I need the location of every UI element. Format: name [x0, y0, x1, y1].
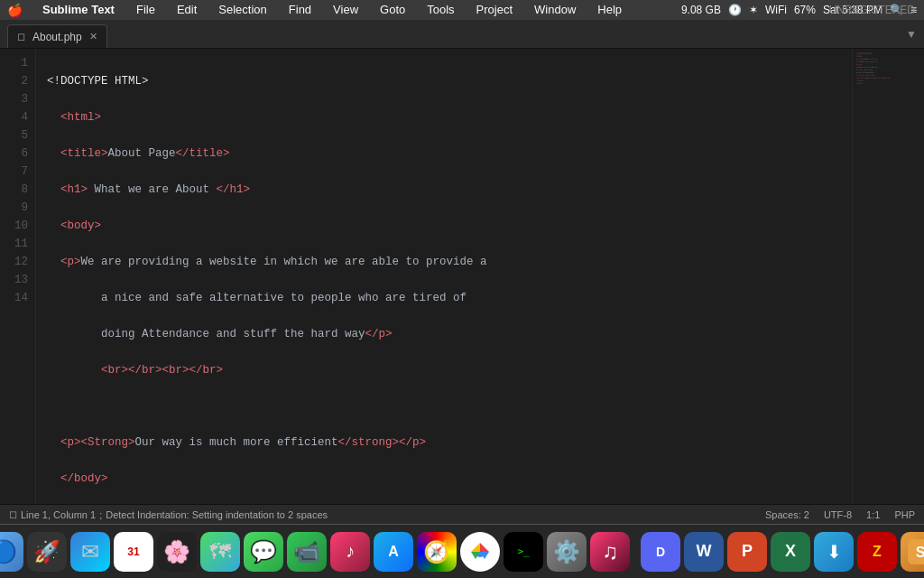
- indentation-status: Detect Indentation: Setting indentation …: [106, 509, 328, 520]
- menubar-app-name[interactable]: Sublime Text: [37, 0, 120, 20]
- tab-about-php[interactable]: ◻ About.php ✕: [7, 24, 107, 48]
- line-num: 10: [11, 217, 28, 235]
- line-num: 12: [11, 253, 28, 271]
- minimap: <!DOCTYPE HTML> <html> <title>About</tit…: [852, 49, 924, 504]
- menubar-selection[interactable]: Selection: [213, 0, 272, 20]
- line-num: 14: [11, 289, 28, 307]
- dock-chrome[interactable]: [460, 532, 500, 572]
- menubar: 🍎 Sublime Text File Edit Selection Find …: [0, 0, 924, 20]
- encoding-label[interactable]: UTF-8: [824, 509, 852, 520]
- dock-sysprefs[interactable]: ⚙️: [547, 532, 587, 572]
- dock-excel[interactable]: X: [771, 532, 810, 572]
- menubar-file[interactable]: File: [131, 0, 161, 20]
- line-num: 8: [11, 181, 28, 199]
- code-line-10: [47, 397, 841, 415]
- dock-sublime[interactable]: S: [901, 532, 924, 572]
- syntax-label[interactable]: PHP: [894, 509, 915, 520]
- dock-discord[interactable]: D: [641, 532, 680, 572]
- dock-bittorrent[interactable]: ⬇: [814, 532, 854, 572]
- line-num: 3: [11, 90, 28, 108]
- statusbar-left: ◻ Line 1, Column 1 ; Detect Indentation:…: [9, 508, 328, 520]
- dock-appstore[interactable]: A: [374, 532, 413, 572]
- spaces-setting[interactable]: Spaces: 2: [765, 509, 809, 520]
- line-num: 4: [11, 108, 28, 126]
- menubar-edit[interactable]: Edit: [171, 0, 202, 20]
- code-line-3: <title>About Page</title>: [47, 144, 841, 163]
- code-line-8: doing Attendance and stuff the hard way<…: [47, 325, 841, 343]
- clock-icon: 🕐: [728, 4, 742, 16]
- bluetooth-icon: ✶: [749, 4, 758, 16]
- line-num: 1: [11, 54, 28, 72]
- line-num: 7: [11, 163, 28, 181]
- menubar-project[interactable]: Project: [471, 0, 518, 20]
- menubar-goto[interactable]: Goto: [374, 0, 411, 20]
- line-num: 2: [11, 72, 28, 90]
- menubar-window[interactable]: Window: [529, 0, 581, 20]
- code-line-12: </body>: [47, 470, 841, 488]
- file-icon-small: ◻: [9, 508, 17, 520]
- line-endings: 1:1: [866, 509, 880, 520]
- dock-mail[interactable]: ✉: [70, 532, 110, 572]
- editor-container: 1 2 3 4 5 6 7 8 9 10 11 12 13 14 <!DOCTY…: [0, 49, 924, 504]
- line-num: 9: [11, 199, 28, 217]
- menubar-help[interactable]: Help: [592, 0, 627, 20]
- wifi-icon: WiFi: [765, 4, 787, 16]
- dock-safari[interactable]: 🧭: [417, 532, 457, 572]
- dock-word[interactable]: W: [684, 532, 724, 572]
- code-line-1: <!DOCTYPE HTML>: [47, 72, 841, 90]
- dock-itunes[interactable]: ♪: [330, 532, 370, 572]
- code-line-6: <p>We are providing a website in which w…: [47, 253, 841, 271]
- line-num: 13: [11, 271, 28, 289]
- code-line-4: <h1> What we are About </h1>: [47, 181, 841, 199]
- menubar-view[interactable]: View: [328, 0, 364, 20]
- dock-facetime[interactable]: 📹: [287, 532, 327, 572]
- statusbar-right: Spaces: 2 UTF-8 1:1 PHP: [765, 509, 915, 520]
- dock: 🔵 🚀 ✉ 31 🌸 🗺 💬 📹 ♪ A 🧭 >_ ⚙️ ♫ D W P X ⬇…: [0, 524, 924, 578]
- dock-terminal[interactable]: >_: [504, 532, 543, 572]
- menubar-left: 🍎 Sublime Text File Edit Selection Find …: [7, 0, 681, 20]
- code-line-7: a nice and safe alternative to people wh…: [47, 289, 841, 307]
- unregistered-label: UNREGISTERED: [829, 0, 915, 20]
- dock-launchpad[interactable]: 🚀: [27, 532, 67, 572]
- tab-label: About.php: [32, 31, 82, 43]
- menubar-tools[interactable]: Tools: [421, 0, 459, 20]
- dock-powerpoint[interactable]: P: [727, 532, 767, 572]
- line-num: 6: [11, 144, 28, 163]
- separator: ;: [99, 509, 102, 520]
- dock-filezilla[interactable]: Z: [857, 532, 897, 572]
- menubar-find[interactable]: Find: [283, 0, 317, 20]
- svg-text:S: S: [916, 545, 924, 560]
- file-icon: ◻: [17, 31, 25, 42]
- code-line-11: <p><Strong>Our way is much more efficien…: [47, 434, 841, 452]
- statusbar: ◻ Line 1, Column 1 ; Detect Indentation:…: [0, 504, 924, 524]
- battery-info: 67%: [794, 4, 816, 16]
- code-editor[interactable]: <!DOCTYPE HTML> <html> <title>About Page…: [36, 49, 852, 504]
- tabbar: ◻ About.php ✕ ▼: [0, 20, 924, 49]
- dock-messages[interactable]: 💬: [244, 532, 283, 572]
- goto-anything-arrow[interactable]: ▼: [899, 28, 924, 41]
- storage-info: 9.08 GB: [681, 4, 721, 16]
- dock-music[interactable]: ♫: [590, 532, 630, 572]
- line-numbers: 1 2 3 4 5 6 7 8 9 10 11 12 13 14: [0, 49, 36, 504]
- dock-photos[interactable]: 🌸: [157, 532, 197, 572]
- cursor-position: Line 1, Column 1: [21, 509, 96, 520]
- code-line-5: <body>: [47, 217, 841, 235]
- apple-menu[interactable]: 🍎: [7, 3, 23, 17]
- dock-maps[interactable]: 🗺: [200, 532, 240, 572]
- code-line-2: <html>: [47, 108, 841, 126]
- dock-finder[interactable]: 🔵: [0, 532, 23, 572]
- tab-close-button[interactable]: ✕: [89, 31, 97, 42]
- line-num: 11: [11, 235, 28, 253]
- dock-calendar[interactable]: 31: [114, 532, 153, 572]
- code-line-9: <br></br><br></br>: [47, 361, 841, 379]
- line-num: 5: [11, 126, 28, 144]
